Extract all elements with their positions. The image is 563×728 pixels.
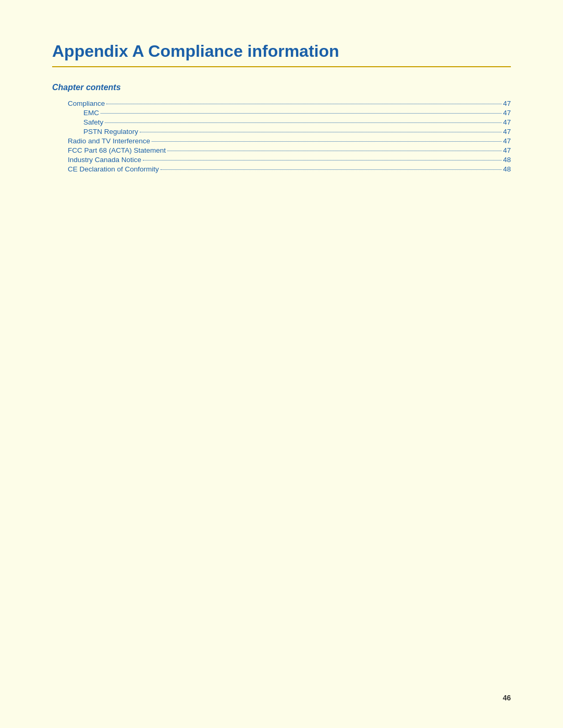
toc-dots (152, 141, 501, 142)
toc-link[interactable]: FCC Part 68 (ACTA) Statement (68, 146, 166, 154)
toc-page-number: 47 (503, 109, 511, 117)
toc-link[interactable]: CE Declaration of Conformity (68, 165, 159, 173)
toc-item: FCC Part 68 (ACTA) Statement47 (52, 146, 511, 154)
toc-item: Safety47 (52, 118, 511, 126)
toc-item: CE Declaration of Conformity48 (52, 165, 511, 173)
toc-dots (105, 122, 501, 123)
chapter-title: Appendix A Compliance information (52, 42, 511, 61)
toc-page-number: 47 (503, 118, 511, 126)
toc-link[interactable]: PSTN Regulatory (83, 128, 138, 135)
toc-link[interactable]: EMC (83, 109, 99, 117)
toc-dots (101, 113, 501, 114)
toc-page-number: 47 (503, 128, 511, 135)
toc-page-number: 47 (503, 137, 511, 145)
table-of-contents: Compliance47EMC47Safety47PSTN Regulatory… (52, 100, 511, 173)
page: Appendix A Compliance information Chapte… (0, 0, 563, 728)
chapter-title-bold: Compliance information (148, 42, 339, 60)
toc-dots (106, 104, 501, 104)
toc-item: Industry Canada Notice48 (52, 156, 511, 164)
toc-dots (143, 160, 501, 161)
toc-page-number: 47 (503, 146, 511, 154)
toc-dots (161, 169, 501, 170)
toc-item: EMC47 (52, 109, 511, 117)
page-number: 46 (503, 694, 511, 702)
toc-page-number: 48 (503, 165, 511, 173)
toc-dots (140, 132, 501, 132)
toc-item: Compliance47 (52, 100, 511, 107)
toc-item: Radio and TV Interference47 (52, 137, 511, 145)
toc-dots (167, 151, 501, 151)
toc-link[interactable]: Safety (83, 118, 103, 126)
toc-page-number: 47 (503, 100, 511, 107)
toc-item: PSTN Regulatory47 (52, 128, 511, 135)
toc-link[interactable]: Industry Canada Notice (68, 156, 141, 164)
chapter-heading: Appendix A Compliance information (52, 42, 511, 67)
chapter-contents-title: Chapter contents (52, 83, 511, 92)
chapter-title-prefix: Appendix A (52, 42, 148, 60)
toc-page-number: 48 (503, 156, 511, 164)
toc-link[interactable]: Compliance (68, 100, 105, 107)
toc-link[interactable]: Radio and TV Interference (68, 137, 150, 145)
